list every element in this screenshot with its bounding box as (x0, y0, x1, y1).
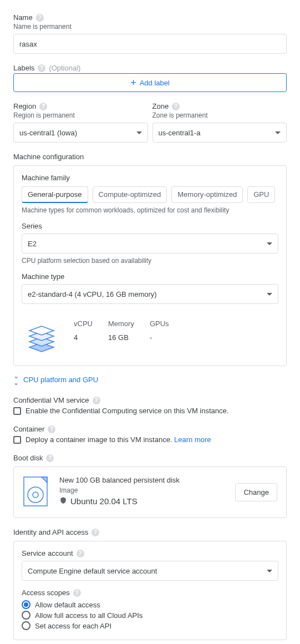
region-sub-label: Region is permanent (13, 111, 148, 119)
double-chevron-down-icon: ⌄⌄ (13, 373, 19, 386)
boot-disk-image-label: Image (59, 486, 180, 494)
zone-field: Zone ? Zone is permanent us-central1-a (152, 102, 287, 143)
help-icon[interactable]: ? (93, 397, 100, 404)
container-label: Container (13, 425, 44, 433)
disk-icon (23, 476, 48, 509)
tab-memory-optimized[interactable]: Memory-optimized (171, 186, 243, 203)
access-scopes-label: Access scopes (22, 589, 70, 597)
add-label-text: Add label (140, 79, 170, 87)
tab-general-purpose[interactable]: General-purpose (22, 186, 88, 203)
chevron-down-icon (267, 242, 272, 245)
boot-disk-title: New 100 GB balanced persistent disk (59, 476, 180, 484)
help-icon[interactable]: ? (46, 454, 54, 462)
chevron-down-icon (136, 131, 142, 134)
svg-point-6 (28, 487, 43, 503)
boot-disk-label: Boot disk (13, 454, 43, 462)
machine-config-card: Machine family General-purpose Compute-o… (13, 165, 287, 366)
tab-compute-optimized[interactable]: Compute-optimized (93, 186, 167, 203)
machine-type-value: e2-standard-4 (4 vCPU, 16 GB memory) (28, 290, 157, 298)
container-checkbox[interactable] (13, 436, 21, 444)
machine-config-section: Machine configuration Machine family Gen… (13, 153, 287, 386)
service-account-label: Service account (22, 549, 73, 557)
help-icon[interactable]: ? (77, 550, 84, 557)
svg-marker-5 (42, 477, 47, 483)
help-icon[interactable]: ? (38, 64, 45, 72)
machine-family-label: Machine family (22, 174, 70, 182)
confidential-vm-section: Confidential VM service ? Enable the Con… (13, 396, 287, 415)
svg-rect-4 (24, 477, 47, 506)
help-icon[interactable]: ? (73, 589, 81, 597)
help-icon[interactable]: ? (36, 14, 44, 22)
machine-config-header: Machine configuration (13, 153, 287, 161)
machine-specs: vCPU 4 Memory 16 GB GPUs - (22, 312, 278, 358)
access-scopes-block: Access scopes ? Allow default access All… (22, 589, 278, 630)
scope-each-label: Set access for each API (35, 622, 111, 630)
vcpu-label: vCPU (74, 320, 93, 328)
machine-type-select[interactable]: e2-standard-4 (4 vCPU, 16 GB memory) (22, 284, 278, 304)
series-desc: CPU platform selection based on availabi… (22, 257, 278, 265)
optional-text: (Optional) (49, 64, 80, 72)
region-zone-row: Region ? Region is permanent us-central1… (13, 102, 287, 143)
identity-label: Identity and API access (13, 528, 88, 536)
memory-value: 16 GB (108, 333, 134, 342)
add-label-button[interactable]: + Add label (13, 73, 287, 92)
scope-full-label: Allow full access to all Cloud APIs (35, 611, 143, 620)
identity-section: Identity and API access ? Service accoun… (13, 528, 287, 640)
name-field: Name ? Name is permanent (13, 13, 287, 54)
boot-disk-os: Ubuntu 20.04 LTS (59, 496, 180, 506)
chevron-down-icon (267, 570, 272, 572)
gpus-label: GPUs (150, 320, 169, 328)
expand-text: CPU platform and GPU (23, 376, 98, 384)
scope-default-label: Allow default access (35, 601, 100, 609)
region-label: Region (13, 102, 36, 110)
help-icon[interactable]: ? (172, 103, 180, 110)
help-icon[interactable]: ? (91, 529, 99, 536)
scope-each-radio[interactable] (22, 621, 30, 630)
gpus-value: - (150, 333, 169, 342)
learn-more-link[interactable]: Learn more (174, 435, 211, 444)
confidential-checkbox[interactable] (13, 407, 21, 415)
labels-field: Labels ? (Optional) + Add label (13, 64, 287, 92)
cpu-platform-gpu-expand[interactable]: ⌄⌄ CPU platform and GPU (13, 373, 287, 386)
scope-full-radio[interactable] (22, 611, 30, 620)
name-input[interactable] (13, 34, 287, 54)
plus-icon: + (130, 78, 136, 88)
memory-label: Memory (108, 320, 134, 328)
vcpu-col: vCPU 4 (74, 320, 93, 342)
chevron-down-icon (275, 131, 281, 134)
confidential-checkbox-label: Enable the Confidential Computing servic… (26, 407, 228, 415)
help-icon[interactable]: ? (39, 103, 47, 110)
boot-disk-card: New 100 GB balanced persistent disk Imag… (13, 466, 287, 518)
region-field: Region ? Region is permanent us-central1… (13, 102, 148, 143)
svg-point-7 (33, 492, 38, 498)
gpus-col: GPUs - (150, 320, 169, 342)
stack-icon (25, 320, 58, 354)
region-value: us-central1 (Iowa) (19, 129, 77, 137)
boot-disk-section: Boot disk ? New 100 GB balanced persiste… (13, 454, 287, 518)
service-account-value: Compute Engine default service account (28, 567, 157, 575)
series-field: Series E2 CPU platform selection based o… (22, 222, 278, 265)
tab-gpu[interactable]: GPU (247, 186, 275, 203)
machine-family-tabs: General-purpose Compute-optimized Memory… (22, 186, 278, 203)
zone-sub-label: Zone is permanent (152, 111, 287, 119)
container-checkbox-label: Deploy a container image to this VM inst… (26, 435, 211, 444)
region-select[interactable]: us-central1 (Iowa) (13, 123, 148, 143)
zone-label: Zone (152, 102, 169, 110)
name-label: Name (13, 13, 33, 22)
series-value: E2 (28, 240, 37, 248)
scope-default-radio[interactable] (22, 600, 30, 609)
labels-label: Labels (13, 64, 34, 72)
machine-family-desc: Machine types for common workloads, opti… (22, 206, 278, 214)
series-label: Series (22, 222, 42, 230)
series-select[interactable]: E2 (22, 234, 278, 253)
zone-select[interactable]: us-central1-a (152, 123, 287, 143)
container-section: Container ? Deploy a container image to … (13, 425, 287, 444)
machine-type-label: Machine type (22, 272, 64, 281)
help-icon[interactable]: ? (48, 425, 55, 433)
vcpu-value: 4 (74, 333, 93, 342)
confidential-label: Confidential VM service (13, 396, 89, 404)
service-account-select[interactable]: Compute Engine default service account (22, 561, 278, 581)
zone-value: us-central1-a (159, 129, 201, 137)
change-boot-disk-button[interactable]: Change (235, 483, 277, 501)
name-sub-label: Name is permanent (13, 23, 287, 31)
